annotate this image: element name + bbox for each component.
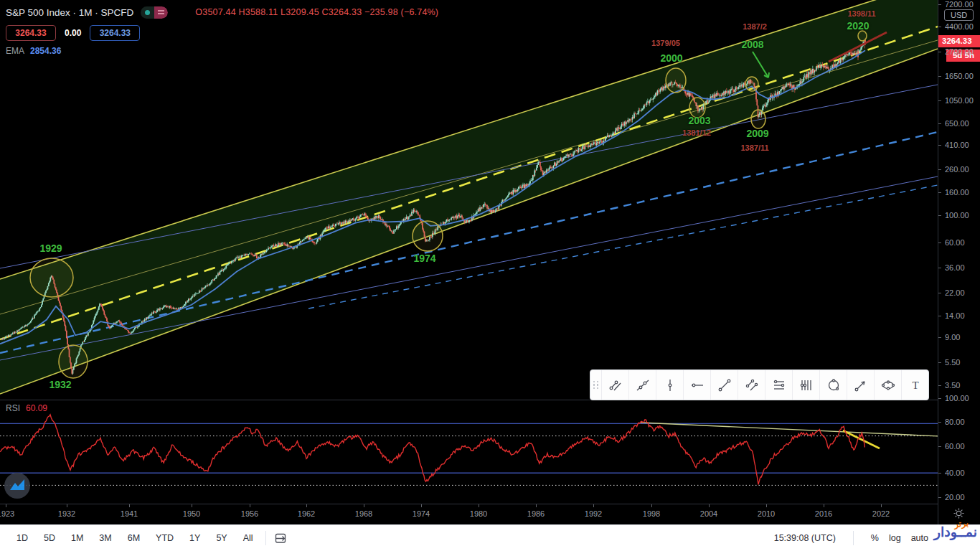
price-axis-label: 14.00 [945, 311, 965, 320]
range-button-1y[interactable]: 1Y [184, 530, 205, 546]
ohlc-values: O3507.44 H3588.11 L3209.45 C3264.33 −235… [195, 7, 438, 17]
price-axis[interactable]: USD 3264.33 5d 5h 7200.004400.002700.001… [938, 0, 980, 524]
drawing-toolbar[interactable]: T [590, 369, 929, 400]
range-button-all[interactable]: All [238, 530, 258, 546]
trading-chart-app: 192919321974200020032008200920201379/051… [0, 0, 980, 551]
ellipse-tool-icon[interactable] [874, 370, 901, 400]
range-button-6m[interactable]: 6M [123, 530, 145, 546]
price-axis-label: 4400.00 [945, 22, 974, 31]
arrow-tool-icon[interactable] [847, 370, 874, 400]
clock-utc[interactable]: 15:39:08 (UTC) [774, 533, 836, 543]
date-annotation-1387-2: 1387/2 [743, 22, 767, 31]
svg-text:T: T [912, 380, 918, 391]
time-axis-label-1968: 1968 [355, 509, 372, 518]
price-axis-label: 22.00 [945, 288, 965, 297]
legend-toggle-pill[interactable] [141, 6, 168, 19]
buy-button[interactable]: 3264.33 [90, 25, 140, 41]
price-axis-label: 410.00 [945, 141, 969, 149]
rsi-value: 60.09 [26, 403, 47, 413]
brand-watermark: نمــودار برتر [934, 524, 977, 540]
date-annotation-1379-05: 1379/05 [651, 39, 680, 47]
main-chart-area[interactable]: 192919321974200020032008200920201379/051… [0, 0, 938, 504]
time-axis-label-1941: 1941 [121, 509, 138, 518]
time-axis-label-1932: 1932 [58, 509, 75, 518]
rsi-label[interactable]: RSI [6, 403, 20, 413]
year-annotation-2020: 2020 [847, 20, 869, 32]
price-axis-label: 1050.00 [945, 96, 974, 105]
sell-button[interactable]: 3264.33 [6, 25, 56, 41]
range-buttons: 1D5D1M3M6MYTD1Y5YAll [11, 530, 258, 546]
price-axis-label: 40.00 [945, 468, 965, 477]
range-button-5y[interactable]: 5Y [211, 530, 232, 546]
price-axis-label: 100.00 [945, 211, 969, 220]
price-axis-label: 2700.00 [945, 47, 974, 56]
time-axis-label-2010: 2010 [758, 509, 775, 518]
time-axis-label-1980: 1980 [470, 509, 487, 518]
date-annotation-1398-11: 1398/11 [847, 9, 875, 18]
extended-line-tool-icon[interactable] [628, 370, 656, 400]
price-axis-label: 7200.00 [945, 0, 974, 9]
year-annotation-1974: 1974 [413, 253, 435, 264]
parallel-channel-tool-icon[interactable] [738, 370, 765, 400]
settings-gear-icon[interactable] [953, 507, 965, 519]
ema-label[interactable]: EMA [6, 46, 24, 56]
ema-value: 2854.36 [30, 46, 61, 56]
fib-timezones-tool-icon[interactable] [792, 370, 819, 400]
rsi-canvas[interactable] [0, 400, 938, 504]
year-annotation-1929: 1929 [39, 242, 62, 254]
trend-line-tool-icon[interactable] [710, 370, 738, 400]
range-button-5d[interactable]: 5D [39, 530, 60, 546]
spread-value: 0.00 [62, 28, 84, 38]
horizontal-line-tool-icon[interactable] [683, 370, 710, 400]
price-axis-label: 36.00 [945, 263, 965, 272]
price-axis-label: 9.00 [945, 333, 960, 342]
currency-badge[interactable]: USD [944, 9, 974, 21]
time-axis-label-2004: 2004 [700, 509, 717, 518]
time-axis[interactable]: 1923193219411950195619621968197419801986… [0, 504, 938, 525]
date-annotation-1381-12: 1381/12 [682, 128, 711, 137]
fib-retracement-tool-icon[interactable] [765, 370, 792, 400]
visibility-dot-icon[interactable] [141, 6, 154, 19]
rsi-pane[interactable] [0, 400, 938, 504]
fib-circles-tool-icon[interactable] [819, 370, 847, 400]
time-axis-label-1974: 1974 [413, 509, 430, 518]
rsi-legend[interactable]: RSI 60.09 [6, 403, 47, 413]
legend-menu-icon[interactable] [154, 6, 168, 19]
price-axis-label: 160.00 [945, 188, 969, 197]
chart-legend: S&P 500 Index · 1M · SPCFD O3507.44 H358… [6, 4, 438, 56]
toolbar-divider [265, 531, 266, 545]
symbol-title[interactable]: S&P 500 Index · 1M · SPCFD [6, 7, 133, 18]
time-axis-label-1998: 1998 [643, 509, 660, 518]
pane-logo-icon[interactable] [3, 471, 32, 500]
log-scale-button[interactable]: log [889, 533, 901, 543]
price-chart-canvas[interactable] [0, 0, 938, 400]
time-axis-label-1956: 1956 [241, 509, 258, 518]
trend-lines-tool-icon[interactable] [601, 370, 628, 400]
vertical-line-tool-icon[interactable] [656, 370, 683, 400]
price-axis-label: 5.50 [945, 358, 960, 367]
go-to-date-icon[interactable] [273, 531, 288, 545]
range-button-1d[interactable]: 1D [11, 530, 33, 546]
year-annotation-1932: 1932 [49, 379, 71, 390]
price-axis-label: 60.00 [945, 238, 965, 247]
time-axis-label-2016: 2016 [815, 509, 832, 518]
price-axis-label: 60.00 [945, 442, 965, 451]
price-axis-label: 20.00 [945, 493, 965, 501]
year-annotation-2003: 2003 [688, 115, 710, 126]
time-axis-label-1986: 1986 [527, 509, 545, 518]
range-button-ytd[interactable]: YTD [151, 530, 179, 546]
range-button-3m[interactable]: 3M [94, 530, 116, 546]
price-axis-label: 650.00 [945, 119, 969, 128]
toolbar-drag-handle[interactable] [590, 370, 601, 400]
range-button-1m[interactable]: 1M [66, 530, 88, 546]
time-axis-label-1992: 1992 [585, 509, 602, 518]
price-axis-label: 1650.00 [945, 72, 974, 80]
auto-scale-button[interactable]: auto [911, 533, 928, 543]
date-annotation-1387-11: 1387/11 [740, 143, 768, 152]
time-axis-label-1962: 1962 [298, 509, 315, 518]
watermark-main-text: نمــودار [934, 524, 977, 540]
text-tool-icon[interactable]: T [901, 370, 928, 400]
percent-scale-button[interactable]: % [871, 533, 879, 543]
price-axis-label: 80.00 [945, 418, 965, 426]
toolbar-divider-right [853, 531, 854, 545]
